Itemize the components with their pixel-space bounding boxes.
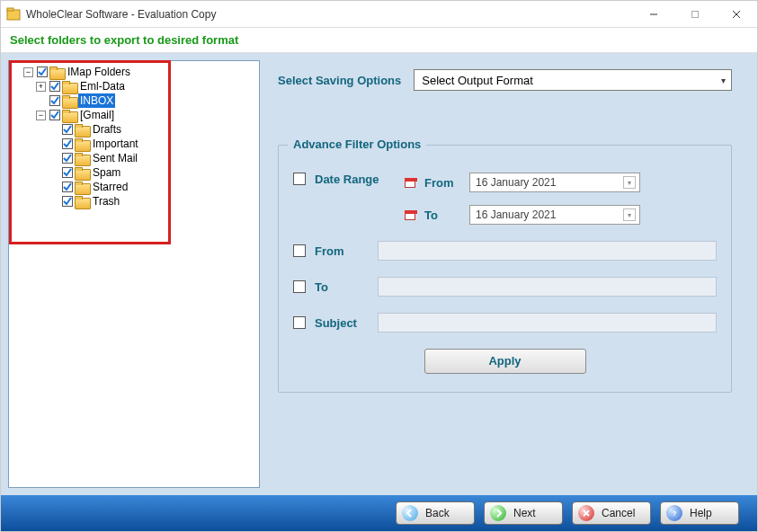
- tree-checkbox[interactable]: [62, 167, 73, 178]
- tree-item-label[interactable]: Drafts: [91, 122, 123, 137]
- advance-filter-fieldset: Advance Filter Options Date Range From 1…: [278, 145, 732, 393]
- tree-root-label[interactable]: IMap Folders: [66, 65, 132, 79]
- tree-checkbox[interactable]: [62, 153, 73, 164]
- to-checkbox[interactable]: [293, 280, 306, 293]
- date-from-label: From: [424, 176, 460, 190]
- output-format-value: Select Output Format: [422, 74, 533, 87]
- window-title: WholeClear Software - Evaluation Copy: [26, 8, 216, 21]
- tree-item-label[interactable]: [Gmail]: [78, 108, 116, 122]
- date-range-checkbox[interactable]: [293, 173, 306, 185]
- subject-filter-input[interactable]: [378, 313, 717, 332]
- folder-icon: [62, 95, 76, 107]
- apply-button[interactable]: Apply: [424, 349, 586, 374]
- calendar-icon: [405, 178, 415, 188]
- tree-checkbox[interactable]: [37, 66, 48, 77]
- folder-icon: [62, 110, 76, 121]
- from-filter-input[interactable]: [378, 241, 717, 261]
- svg-text:?: ?: [673, 510, 677, 518]
- saving-options-label: Select Saving Options: [278, 74, 401, 87]
- tree-checkbox[interactable]: [62, 196, 73, 207]
- date-range-label: Date Range: [315, 173, 396, 186]
- tree-checkbox[interactable]: [62, 182, 73, 192]
- close-button[interactable]: [716, 1, 757, 28]
- back-icon: [402, 505, 418, 521]
- tree-toggle[interactable]: −: [36, 111, 46, 120]
- instruction-text: Select folders to export to desired form…: [1, 28, 757, 53]
- config-panel: Select Saving Options Select Output Form…: [269, 60, 750, 488]
- date-to-input[interactable]: 16 January 2021 ▾: [469, 205, 640, 225]
- folder-icon: [75, 153, 89, 164]
- app-icon: [6, 7, 21, 22]
- tree-item-label[interactable]: INBOX: [78, 93, 115, 108]
- tree-checkbox[interactable]: [49, 110, 60, 120]
- to-filter-input[interactable]: [378, 277, 717, 297]
- folder-icon: [75, 182, 89, 193]
- date-to-label: To: [424, 208, 460, 222]
- svg-rect-3: [692, 11, 699, 17]
- next-button[interactable]: Next: [484, 501, 563, 525]
- restore-button[interactable]: [674, 1, 716, 28]
- cancel-button[interactable]: Cancel: [572, 501, 651, 525]
- output-format-select[interactable]: Select Output Format ▾: [414, 69, 732, 91]
- date-from-input[interactable]: 16 January 2021 ▾: [469, 173, 640, 192]
- minimize-button[interactable]: [633, 1, 674, 28]
- app-window: WholeClear Software - Evaluation Copy Se…: [0, 0, 758, 532]
- titlebar: WholeClear Software - Evaluation Copy: [1, 1, 757, 28]
- tree-checkbox[interactable]: [49, 81, 60, 92]
- from-checkbox[interactable]: [293, 244, 306, 257]
- from-filter-label: From: [315, 244, 369, 258]
- tree-item-label[interactable]: Sent Mail: [91, 151, 139, 165]
- body-area: − IMap Folders + Eml-Data: [1, 53, 757, 495]
- next-icon: [490, 505, 506, 521]
- help-button[interactable]: ? Help: [660, 501, 739, 525]
- tree-checkbox[interactable]: [62, 124, 73, 135]
- folder-icon: [62, 81, 76, 93]
- cancel-icon: [578, 505, 594, 521]
- folder-icon: [75, 167, 89, 179]
- chevron-down-icon: ▾: [721, 75, 726, 85]
- tree-toggle[interactable]: +: [36, 82, 46, 92]
- folder-icon: [75, 138, 89, 150]
- folder-icon: [49, 66, 64, 78]
- folder-tree: − IMap Folders + Eml-Data: [11, 65, 257, 208]
- chevron-down-icon: ▾: [623, 208, 636, 221]
- svg-rect-1: [7, 8, 13, 11]
- advance-filter-legend: Advance Filter Options: [288, 137, 426, 151]
- tree-item-label[interactable]: Spam: [91, 165, 122, 180]
- folder-icon: [75, 124, 89, 136]
- tree-checkbox[interactable]: [62, 138, 73, 149]
- subject-checkbox[interactable]: [293, 316, 306, 329]
- wizard-button-bar: Back Next Cancel ? Help: [1, 495, 757, 531]
- to-filter-label: To: [315, 280, 369, 294]
- tree-item-label[interactable]: Eml-Data: [78, 79, 127, 93]
- back-button[interactable]: Back: [396, 501, 475, 525]
- svg-rect-0: [7, 10, 20, 20]
- tree-item-label[interactable]: Important: [91, 137, 140, 151]
- tree-item-label[interactable]: Trash: [91, 194, 121, 208]
- calendar-icon: [405, 210, 415, 220]
- tree-item-label[interactable]: Starred: [91, 180, 129, 194]
- tree-toggle[interactable]: −: [23, 67, 33, 77]
- help-icon: ?: [666, 505, 682, 521]
- chevron-down-icon: ▾: [623, 176, 636, 189]
- folder-tree-panel: − IMap Folders + Eml-Data: [8, 60, 260, 488]
- folder-icon: [75, 196, 89, 208]
- subject-filter-label: Subject: [315, 316, 369, 330]
- tree-checkbox[interactable]: [49, 95, 60, 106]
